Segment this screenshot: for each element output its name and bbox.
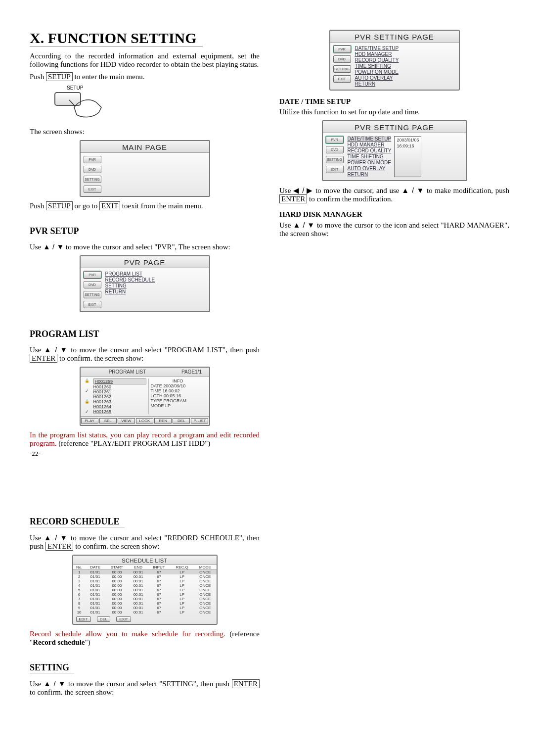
menu-item[interactable]: POWER ON MODE	[348, 160, 392, 165]
foot-btn[interactable]: DEL	[173, 418, 190, 424]
program-list-text: Use ▲ / ▼ to move the cursor and select …	[30, 345, 260, 363]
side-btn-dvd[interactable]: DVD	[326, 146, 344, 153]
menu-item[interactable]: DATE/TIME SETUP	[355, 46, 399, 51]
table-row[interactable]: 901/0100:0000:0167LPONCE	[73, 606, 217, 610]
lock-icon: 🔒	[85, 399, 89, 404]
file-item[interactable]: H001262	[93, 394, 146, 399]
table-cell: 00:01	[129, 583, 147, 588]
menu-item[interactable]: HDD MANAGER	[348, 142, 392, 147]
panel-title: PVR PAGE	[81, 256, 209, 268]
side-btn-exit[interactable]: EXIT	[326, 166, 344, 173]
file-item[interactable]: H001259	[93, 378, 146, 384]
info-row: TYPE PROGRAM	[151, 398, 205, 403]
menu-item[interactable]: TIME SHIFTING	[355, 63, 399, 69]
side-btn-pvr[interactable]: PVR	[333, 46, 351, 53]
panel-title: PVR SETTING PAGE	[330, 31, 459, 43]
file-item[interactable]: H001265	[93, 409, 146, 414]
side-btn-pvr[interactable]: PVR	[84, 156, 101, 163]
enter-button-label: ENTER	[45, 542, 73, 551]
setting-heading: SETTING	[30, 662, 74, 673]
table-row[interactable]: 401/0100:0000:0167LPONCE	[73, 583, 217, 588]
schedule-table: No. DATE START END INPUT REC.Q MODE 101/…	[73, 565, 217, 614]
table-cell: LP	[170, 583, 194, 588]
menu-item[interactable]: RETURN	[355, 81, 399, 87]
table-row[interactable]: 1001/0100:0000:0167LPONCE	[73, 610, 217, 614]
side-btn-dvd[interactable]: DVD	[84, 281, 101, 288]
menu-item[interactable]: RETURN	[348, 172, 392, 177]
enter-button-label: ENTER	[279, 194, 307, 203]
table-cell: 01/01	[86, 592, 105, 597]
menu-item[interactable]: HDD MANAGER	[355, 51, 399, 57]
side-btn-exit[interactable]: EXIT	[333, 75, 351, 83]
table-cell: LP	[170, 601, 194, 606]
table-cell: ONCE	[194, 588, 216, 592]
side-btn-pvr[interactable]: PVR	[84, 271, 101, 279]
table-cell: LP	[170, 592, 194, 597]
table-cell: 6	[73, 592, 86, 597]
menu-item[interactable]: PROGRAM LIST	[105, 271, 155, 277]
menu-item[interactable]: RECORD SCHEDULE	[105, 277, 155, 283]
text: to confirm. the screen show:	[30, 688, 114, 696]
side-btn-exit[interactable]: EXIT	[84, 186, 101, 193]
table-row[interactable]: 601/0100:0000:0167LPONCE	[73, 592, 217, 597]
table-cell: 67	[148, 588, 170, 592]
table-row[interactable]: 301/0100:0000:0167LPONCE	[73, 579, 217, 583]
menu-item[interactable]: RECORD QUALITY	[348, 148, 392, 153]
table-row[interactable]: 801/0100:0000:0167LPONCE	[73, 601, 217, 606]
table-cell: 00:01	[129, 601, 147, 606]
program-list-heading: PROGRAM LIST	[30, 329, 104, 339]
text: Use	[30, 346, 44, 354]
page-title: X. FUNCTION SETTING	[30, 30, 203, 47]
table-cell: 01/01	[86, 583, 105, 588]
side-btn-dvd[interactable]: DVD	[84, 166, 101, 173]
table-cell: 10	[73, 610, 86, 614]
setting-text: Use ▲ / ▼ to move the cursor and select …	[30, 679, 260, 697]
menu-item[interactable]: POWER ON MODE	[355, 69, 399, 75]
table-row[interactable]: 701/0100:0000:0167LPONCE	[73, 597, 217, 601]
table-cell: 67	[148, 579, 170, 583]
main-page-panel: MAIN PAGE PVR DVD SETTING EXIT	[80, 140, 210, 197]
file-item[interactable]: H001264	[93, 404, 146, 409]
menu-item[interactable]: AUTO OVERLAY	[355, 75, 399, 81]
side-btn-pvr[interactable]: PVR	[326, 136, 344, 143]
text: Use	[30, 534, 44, 542]
table-row[interactable]: 201/0100:0000:0167LPONCE	[73, 574, 217, 579]
check-icon: ✓	[85, 388, 89, 393]
table-cell: 01/01	[86, 570, 105, 575]
date-time-nav-text: Use ◀ / ▶ to move the cursor, and use ▲ …	[279, 186, 509, 203]
side-btn-exit[interactable]: EXIT	[84, 301, 101, 308]
menu-item[interactable]: TIME SHIFTING	[348, 154, 392, 159]
table-cell: LP	[170, 579, 194, 583]
table-cell: 67	[148, 601, 170, 606]
pvr-page-panel: PVR PAGE PVR DVD SETTING EXIT PROGRAM LI…	[80, 255, 210, 312]
table-row[interactable]: 501/0100:0000:0167LPONCE	[73, 588, 217, 592]
foot-btn[interactable]: SEL	[99, 418, 117, 424]
side-btn-setting[interactable]: SETTING	[84, 176, 101, 183]
file-item[interactable]: H001261	[93, 389, 146, 394]
menu-item[interactable]: SETTING	[105, 283, 155, 288]
table-row[interactable]: 101/0100:0000:0167LPONCE	[73, 570, 217, 575]
menu-item[interactable]: RETURN	[105, 289, 155, 294]
side-btn-setting[interactable]: SETTING	[84, 291, 101, 298]
menu-item[interactable]: AUTO OVERLAY	[348, 166, 392, 171]
foot-btn[interactable]: VIEW	[118, 418, 135, 424]
menu-item[interactable]: RECORD QUALITY	[355, 57, 399, 63]
schedule-list-panel: SCHEDULE LIST No. DATE START END INPUT R…	[72, 555, 218, 625]
file-item[interactable]: H001260	[93, 384, 146, 389]
side-btn-dvd[interactable]: DVD	[333, 55, 351, 63]
side-btn-setting[interactable]: SETTING	[326, 156, 344, 163]
foot-btn[interactable]: EXIT	[116, 616, 131, 622]
foot-btn[interactable]: LOCK	[136, 418, 153, 424]
foot-btn[interactable]: P-LIST	[191, 418, 208, 424]
foot-btn[interactable]: EDIT	[76, 616, 91, 622]
table-cell: 01/01	[86, 579, 105, 583]
pvr-setting-panel-dt: PVR SETTING PAGE PVR DVD SETTING EXIT DA…	[322, 120, 467, 181]
side-btn-setting[interactable]: SETTING	[333, 65, 351, 73]
foot-btn[interactable]: REN	[154, 418, 172, 424]
menu-item[interactable]: DATE/TIME SETUP	[348, 136, 392, 142]
scroll-column: 🔒 ✓ 🔒 ✓	[83, 378, 91, 414]
file-item[interactable]: H001263	[93, 399, 146, 404]
table-cell: ONCE	[194, 597, 216, 601]
foot-btn[interactable]: DEL	[97, 616, 111, 622]
foot-btn[interactable]: PLAY	[81, 418, 98, 424]
